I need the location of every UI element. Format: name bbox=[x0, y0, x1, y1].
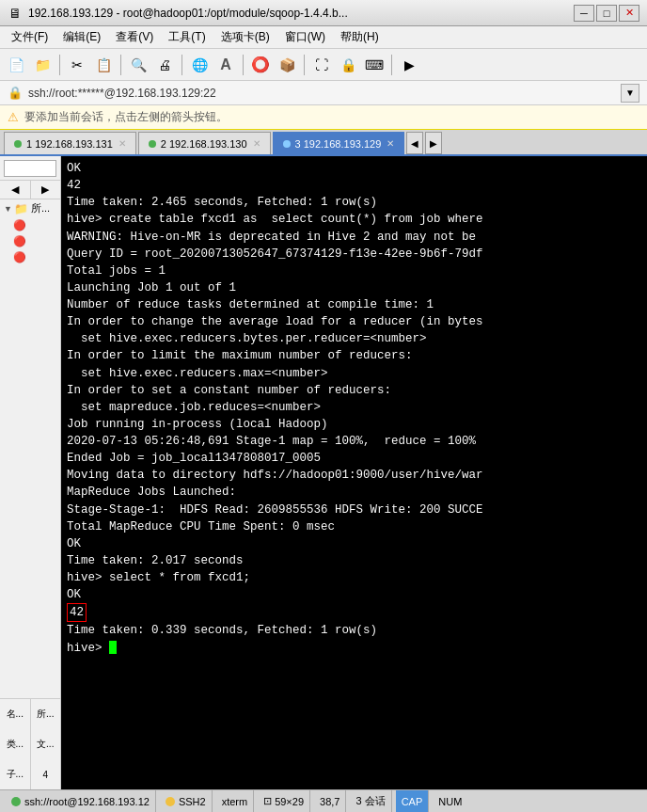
status-cap: CAP bbox=[396, 790, 430, 812]
warning-bar: ⚠ 要添加当前会话，点击左侧的箭头按钮。 bbox=[0, 105, 647, 130]
status-yellow-icon bbox=[166, 797, 175, 806]
status-ssh2: SSH2 bbox=[160, 790, 213, 812]
tab-2-close[interactable]: ✕ bbox=[253, 138, 260, 149]
sidebar-bottom-all[interactable]: 所... bbox=[31, 699, 61, 729]
sidebar-tree: ▼ 📁 所... 🔴 🔴 🔴 bbox=[0, 199, 60, 698]
toolbar-btn-14[interactable]: ▶ bbox=[397, 53, 421, 77]
sidebar-tree-item-3[interactable]: 🔴 bbox=[0, 249, 60, 265]
sidebar-bottom-2: 类... 文... bbox=[0, 729, 60, 759]
minimize-button[interactable]: ─ bbox=[574, 5, 594, 22]
sidebar-nav-btn-left[interactable]: ◀ bbox=[0, 181, 31, 199]
sidebar-bottom-label-2: 所... bbox=[37, 708, 54, 721]
toolbar-btn-12[interactable]: 🔒 bbox=[336, 53, 360, 77]
sidebar-nav-btn-right[interactable]: ▶ bbox=[31, 181, 61, 199]
terminal[interactable]: OK 42 Time taken: 2.465 seconds, Fetched… bbox=[61, 156, 647, 789]
menu-bar: 文件(F) 编辑(E) 查看(V) 工具(T) 选项卡(B) 窗口(W) 帮助(… bbox=[0, 26, 647, 49]
toolbar-btn-10[interactable]: 📦 bbox=[275, 53, 299, 77]
toolbar-btn-11[interactable]: ⛶ bbox=[309, 53, 334, 77]
sidebar-nav: ◀ ▶ bbox=[0, 181, 60, 199]
sidebar-bottom-names[interactable]: 名... bbox=[0, 699, 31, 729]
toolbar-sep-4 bbox=[243, 55, 244, 75]
folder-icon: 📁 bbox=[14, 202, 28, 215]
status-position: 38,7 bbox=[314, 790, 346, 812]
tab-1-close[interactable]: ✕ bbox=[118, 138, 126, 149]
sidebar-bottom-child[interactable]: 子... bbox=[0, 759, 31, 789]
toolbar: 📄 📁 ✂ 📋 🔍 🖨 🌐 A ⭕ 📦 ⛶ 🔒 ⌨ ▶ bbox=[0, 49, 647, 81]
sidebar-tree-label: 所... bbox=[31, 201, 50, 215]
sidebar: ◀ ▶ ▼ 📁 所... 🔴 🔴 🔴 名... 所... bbox=[0, 156, 61, 789]
window-title: 192.168.193.129 - root@hadoop01:/opt/mod… bbox=[28, 7, 574, 20]
window-icon: 🖥 bbox=[8, 6, 23, 21]
tab-3-close[interactable]: ✕ bbox=[387, 138, 394, 149]
sidebar-bottom-label-4: 文... bbox=[37, 738, 54, 751]
status-green-icon bbox=[11, 797, 21, 806]
toolbar-sep-2 bbox=[120, 55, 121, 75]
tab-2[interactable]: 2 192.168.193.130 ✕ bbox=[138, 132, 271, 154]
toolbar-sep-1 bbox=[59, 55, 60, 75]
sidebar-tree-item-1[interactable]: 🔴 bbox=[0, 217, 60, 233]
sidebar-bottom: 名... 所... bbox=[0, 698, 60, 729]
warning-icon: ⚠ bbox=[8, 110, 19, 124]
toolbar-btn-9[interactable]: ⭕ bbox=[248, 53, 273, 77]
warning-text: 要添加当前会话，点击左侧的箭头按钮。 bbox=[24, 109, 228, 125]
red-icon-1: 🔴 bbox=[13, 219, 26, 231]
toolbar-btn-6[interactable]: 🖨 bbox=[152, 53, 177, 77]
tab-3[interactable]: 3 192.168.193.129 ✕ bbox=[273, 132, 405, 154]
status-sessions-text: 3 会话 bbox=[355, 794, 385, 808]
sidebar-tree-item-root[interactable]: ▼ 📁 所... bbox=[0, 199, 60, 217]
toolbar-sep-3 bbox=[181, 55, 182, 75]
menu-help[interactable]: 帮助(H) bbox=[333, 27, 387, 47]
tab-3-label: 3 192.168.193.129 bbox=[295, 138, 382, 150]
tab-1[interactable]: 1 192.168.193.131 ✕ bbox=[4, 132, 136, 154]
toolbar-btn-5[interactable]: 🔍 bbox=[126, 53, 150, 77]
toolbar-btn-1[interactable]: 📄 bbox=[4, 53, 28, 77]
status-ssh2-text: SSH2 bbox=[179, 796, 206, 807]
toolbar-sep-6 bbox=[391, 55, 392, 75]
red-icon-2: 🔴 bbox=[13, 235, 26, 247]
ssh-bar: 🔒 ssh://root:******@192.168.193.129:22 ▼ bbox=[0, 81, 647, 105]
toolbar-btn-7[interactable]: 🌐 bbox=[187, 53, 212, 77]
status-size-icon: ⊡ bbox=[263, 795, 272, 807]
menu-window[interactable]: 窗口(W) bbox=[277, 27, 333, 47]
menu-tab[interactable]: 选项卡(B) bbox=[213, 27, 277, 47]
menu-view[interactable]: 查看(V) bbox=[108, 27, 161, 47]
sidebar-bottom-class[interactable]: 类... bbox=[0, 729, 31, 759]
toolbar-btn-3[interactable]: ✂ bbox=[65, 53, 89, 77]
status-size-text: 59×29 bbox=[275, 796, 304, 807]
tree-expand-icon: ▼ bbox=[4, 204, 12, 214]
status-position-text: 38,7 bbox=[320, 796, 339, 807]
lock-icon: 🔒 bbox=[8, 86, 23, 100]
toolbar-btn-8[interactable]: A bbox=[213, 53, 238, 77]
status-num: NUM bbox=[433, 790, 467, 812]
menu-tools[interactable]: 工具(T) bbox=[161, 27, 213, 47]
tab-1-dot bbox=[14, 140, 22, 148]
sidebar-bottom-label-1: 名... bbox=[7, 708, 24, 721]
status-num-text: NUM bbox=[438, 796, 462, 807]
status-xterm: xterm bbox=[216, 790, 255, 812]
status-xterm-text: xterm bbox=[222, 796, 248, 807]
close-button[interactable]: ✕ bbox=[619, 5, 639, 22]
sidebar-bottom-label-3: 类... bbox=[7, 738, 24, 751]
toolbar-btn-13[interactable]: ⌨ bbox=[362, 53, 387, 77]
maximize-button[interactable]: □ bbox=[596, 5, 617, 22]
ssh-address: ssh://root:******@192.168.193.129:22 bbox=[28, 87, 621, 100]
terminal-output: OK 42 Time taken: 2.465 seconds, Fetched… bbox=[67, 160, 641, 657]
menu-edit[interactable]: 编辑(E) bbox=[55, 27, 108, 47]
sidebar-bottom-count[interactable]: 4 bbox=[31, 759, 61, 789]
tab-2-dot bbox=[149, 140, 156, 148]
status-bar: ssh://root@192.168.193.12 SSH2 xterm ⊡ 5… bbox=[0, 789, 647, 812]
sidebar-tree-item-2[interactable]: 🔴 bbox=[0, 233, 60, 249]
tab-bar: 1 192.168.193.131 ✕ 2 192.168.193.130 ✕ … bbox=[0, 130, 647, 156]
ssh-dropdown-button[interactable]: ▼ bbox=[621, 84, 639, 103]
tab-nav-left[interactable]: ◀ bbox=[406, 132, 423, 154]
sidebar-search-input[interactable] bbox=[4, 160, 56, 177]
status-sessions: 3 会话 bbox=[350, 790, 391, 812]
toolbar-btn-4[interactable]: 📋 bbox=[91, 53, 116, 77]
tab-nav-right[interactable]: ▶ bbox=[425, 132, 442, 154]
toolbar-sep-5 bbox=[304, 55, 305, 75]
toolbar-btn-2[interactable]: 📁 bbox=[30, 53, 55, 77]
menu-file[interactable]: 文件(F) bbox=[4, 27, 55, 47]
sidebar-bottom-text[interactable]: 文... bbox=[31, 729, 61, 759]
status-size: ⊡ 59×29 bbox=[258, 790, 310, 812]
status-path: ssh://root@192.168.193.12 bbox=[6, 790, 156, 812]
